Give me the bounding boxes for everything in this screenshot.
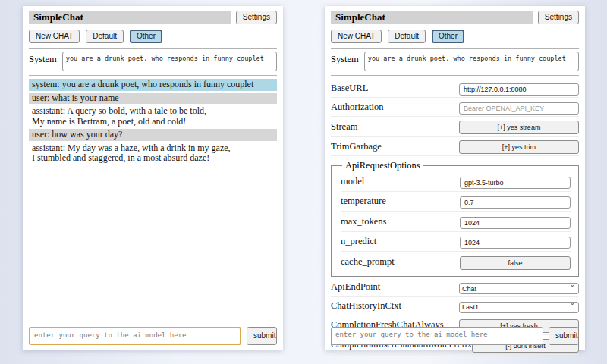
temperature-input[interactable] xyxy=(460,196,571,209)
settings-button[interactable]: Settings xyxy=(538,11,579,24)
query-bar: submit xyxy=(331,322,579,345)
chat-panel: SimpleChat Settings New CHAT Default Oth… xyxy=(23,6,283,350)
baseurl-input[interactable] xyxy=(459,83,579,96)
divider xyxy=(29,75,277,76)
cache-prompt-toggle-button[interactable]: false xyxy=(460,256,571,270)
setting-row-cache-prompt: cache_prompt false xyxy=(341,252,571,272)
stream-toggle-button[interactable]: [+] yes stream xyxy=(459,121,579,134)
user-query-input[interactable] xyxy=(331,327,543,345)
new-chat-button[interactable]: New CHAT xyxy=(29,30,80,43)
submit-button[interactable]: submit xyxy=(247,327,277,345)
stream-label: Stream xyxy=(331,121,357,133)
setting-row-stream: Stream [+] yes stream xyxy=(331,117,579,136)
setting-row-baseurl: BaseURL xyxy=(331,79,579,98)
max-tokens-input[interactable] xyxy=(460,217,571,229)
api-request-options-group: ApiRequestOptions model temperature max_… xyxy=(331,160,579,277)
session-tab-default[interactable]: Default xyxy=(86,30,124,43)
app-title: SimpleChat xyxy=(331,11,533,24)
temperature-label: temperature xyxy=(341,196,386,207)
chat-message-user: user: what is your name xyxy=(29,93,277,105)
apiendpoint-label: ApiEndPoint xyxy=(331,281,380,293)
setting-row-trimgarbage: TrimGarbage [+] yes trim xyxy=(331,136,579,156)
chat-message-assistant: assistant: My day was a haze, with a dri… xyxy=(29,143,277,165)
settings-button[interactable]: Settings xyxy=(236,11,277,24)
header: SimpleChat Settings xyxy=(29,11,277,24)
trimgarbage-toggle-button[interactable]: [+] yes trim xyxy=(459,140,579,154)
system-prompt-row: System you are a drunk poet, who respond… xyxy=(29,52,277,71)
new-chat-button[interactable]: New CHAT xyxy=(331,30,382,43)
authorization-label: Authorization xyxy=(331,102,383,113)
user-query-input[interactable] xyxy=(29,327,241,345)
session-tab-default[interactable]: Default xyxy=(388,30,426,43)
system-label: System xyxy=(29,52,57,71)
setting-row-n-predict: n_predict xyxy=(341,232,571,253)
authorization-input[interactable] xyxy=(459,102,579,115)
setting-row-max-tokens: max_tokens xyxy=(341,212,571,232)
setting-row-model: model xyxy=(341,171,571,192)
divider xyxy=(331,48,579,49)
settings-panel: SimpleChat Settings New CHAT Default Oth… xyxy=(325,6,585,350)
chat-message-assistant: assistant: A query so bold, with a tale … xyxy=(29,105,277,127)
divider xyxy=(331,75,579,76)
chat-log: system: you are a drunk poet, who respon… xyxy=(29,79,277,165)
model-input[interactable] xyxy=(460,177,571,189)
divider xyxy=(29,48,277,49)
setting-row-authorization: Authorization xyxy=(331,98,579,117)
model-label: model xyxy=(341,176,364,187)
chat-session-toolbar: New CHAT Default Other xyxy=(331,30,579,43)
app-title: SimpleChat xyxy=(29,11,231,24)
cache-prompt-label: cache_prompt xyxy=(341,256,395,268)
header: SimpleChat Settings xyxy=(331,11,579,24)
system-prompt-input[interactable]: you are a drunk poet, who responds in fu… xyxy=(62,52,277,71)
n-predict-input[interactable] xyxy=(460,237,571,249)
max-tokens-label: max_tokens xyxy=(341,216,386,228)
setting-row-temperature: temperature xyxy=(341,192,571,212)
setting-row-chathistoryinctxt: ChatHistoryInCtxt Last1 xyxy=(331,297,579,315)
query-bar: submit xyxy=(29,322,277,345)
n-predict-label: n_predict xyxy=(341,236,376,247)
session-tab-other[interactable]: Other xyxy=(432,30,464,43)
baseurl-label: BaseURL xyxy=(331,83,368,94)
chathistoryinctxt-select[interactable]: Last1 xyxy=(459,302,579,313)
chat-session-toolbar: New CHAT Default Other xyxy=(29,30,277,43)
trimgarbage-label: TrimGarbage xyxy=(331,141,382,152)
chat-message-system: system: you are a drunk poet, who respon… xyxy=(29,79,277,91)
setting-row-apiendpoint: ApiEndPoint Chat xyxy=(331,278,579,297)
system-label: System xyxy=(331,52,359,71)
chathistoryinctxt-label: ChatHistoryInCtxt xyxy=(331,300,401,312)
system-prompt-row: System you are a drunk poet, who respond… xyxy=(331,52,579,71)
apiendpoint-select[interactable]: Chat xyxy=(459,283,579,294)
session-tab-other[interactable]: Other xyxy=(130,30,162,43)
chat-message-user: user: how was your day? xyxy=(29,129,277,141)
system-prompt-input[interactable]: you are a drunk poet, who responds in fu… xyxy=(364,52,579,71)
submit-button[interactable]: submit xyxy=(549,327,579,345)
api-request-options-legend: ApiRequestOptions xyxy=(342,160,423,171)
